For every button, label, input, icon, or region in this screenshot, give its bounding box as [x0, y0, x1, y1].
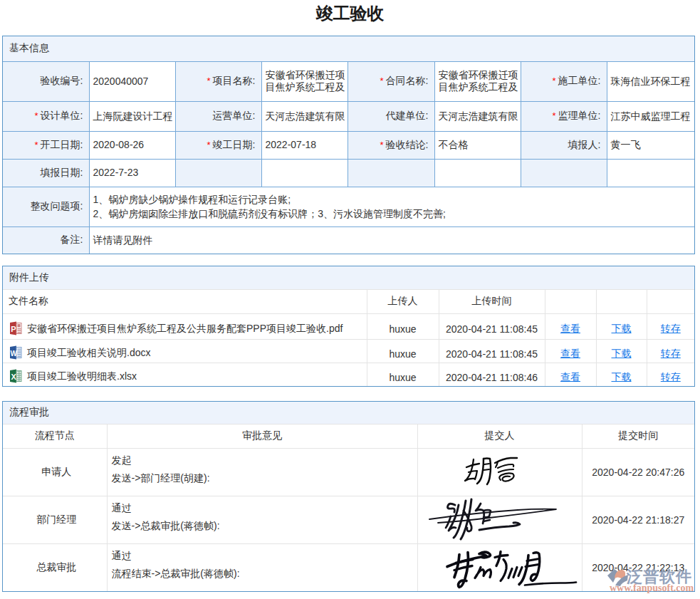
svg-text:W: W: [11, 350, 18, 358]
svg-text:www.fanpusoft.com: www.fanpusoft.com: [610, 583, 694, 593]
svg-text:X: X: [11, 373, 16, 381]
svg-text:P: P: [11, 324, 16, 333]
